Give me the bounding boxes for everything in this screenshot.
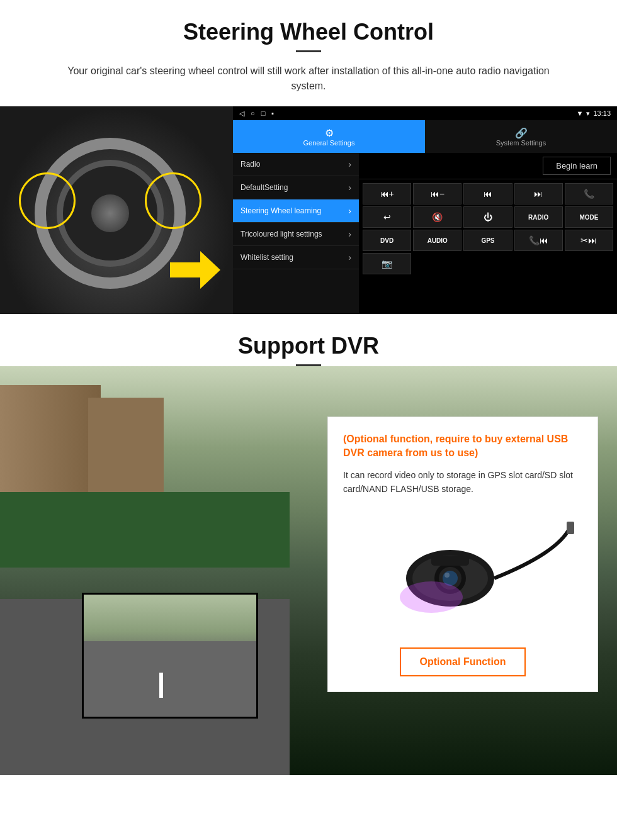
steering-wheel-demo: ◁ ○ □ ▪ ▼ ▾ 13:13 ⚙ General Settings 🔗 S… [0,106,617,314]
chevron-icon: › [348,182,351,193]
ctrl-btn-phone-prev[interactable]: 📞⏮ [514,230,563,251]
sw-hub [91,194,129,232]
dvr-inset-road-line [159,673,163,698]
nav-menu-icon[interactable]: ▪ [271,109,274,118]
android-statusbar: ◁ ○ □ ▪ ▼ ▾ 13:13 [233,106,617,120]
section-support-dvr: Support DVR (Optional function, require … [0,314,617,775]
menu-whitelist-label: Whitelist setting [241,253,293,262]
menu-radio-label: Radio [241,160,260,169]
nav-square-icon[interactable]: □ [261,109,266,118]
ctrl-btn-next[interactable]: ⏭ [514,183,563,204]
ctrl-btn-radio[interactable]: RADIO [514,206,563,228]
wifi-icon: ▾ [586,109,590,118]
dvr-info-box: (Optional function, require to buy exter… [327,417,598,692]
ctrl-btn-gps[interactable]: GPS [463,230,512,251]
optional-function-button[interactable]: Optional Function [400,647,526,676]
nav-home-icon[interactable]: ○ [251,109,255,118]
menu-item-tricolour[interactable]: Tricoloured light settings › [233,223,359,246]
android-tabs: ⚙ General Settings 🔗 System Settings [233,120,617,153]
tab-general-label: General Settings [303,139,355,147]
menu-item-default[interactable]: DefaultSetting › [233,176,359,199]
controls-panel: Begin learn ⏮+ ⏮− ⏮ ⏭ 📞 ↩ 🔇 ⏻ RADIO MODE [359,153,617,314]
svg-point-8 [400,581,463,613]
steering-wheel-photo [0,106,233,314]
status-time: 13:13 [593,109,611,117]
ctrl-btn-back[interactable]: ↩ [363,206,411,228]
ctrl-btn-dvd[interactable]: DVD [363,230,411,251]
menu-item-steering[interactable]: Steering Wheel learning › [233,199,359,223]
dvr-container: (Optional function, require to buy exter… [0,366,617,775]
ctrl-btn-vol-down[interactable]: ⏮− [413,183,461,204]
ctrl-btn-prev[interactable]: ⏮ [463,183,512,204]
signal-icon: ▼ [577,109,584,117]
ctrl-btn-cut-next[interactable]: ✂⏭ [565,230,613,251]
menu-tricolour-label: Tricoloured light settings [241,230,322,238]
dvr-inset-screen [82,593,258,719]
ctrl-btn-audio[interactable]: AUDIO [413,230,461,251]
section2-title: Support DVR [0,314,617,364]
dvr-camera-image [343,509,582,635]
ctrl-btn-phone[interactable]: 📞 [565,183,613,204]
divider1 [296,50,321,52]
sw-highlight-right [145,172,201,229]
ctrl-btn-camera[interactable]: 📷 [363,253,411,274]
menu-steering-label: Steering Wheel learning [241,206,321,215]
system-settings-icon: 🔗 [515,127,528,139]
tab-system-label: System Settings [496,139,546,147]
menu-list: Radio › DefaultSetting › Steering Wheel … [233,153,359,314]
svg-rect-5 [431,556,469,566]
svg-rect-6 [567,522,574,534]
sw-highlight-left [19,172,76,229]
section-steering-wheel: Steering Wheel Control Your original car… [0,0,617,94]
sw-arrow-icon [170,251,220,289]
chevron-icon: › [348,252,351,262]
control-buttons-grid: ⏮+ ⏮− ⏮ ⏭ 📞 ↩ 🔇 ⏻ RADIO MODE DVD AUDIO G… [359,179,617,278]
chevron-icon: › [348,159,351,169]
tab-system-settings[interactable]: 🔗 System Settings [425,120,617,153]
menu-panel: Radio › DefaultSetting › Steering Wheel … [233,153,617,314]
hedge [0,492,290,568]
begin-learn-row: Begin learn [359,153,617,179]
ctrl-btn-mute[interactable]: 🔇 [413,206,461,228]
chevron-icon: › [348,229,351,239]
dvr-inset-road [84,641,256,717]
chevron-icon: › [348,206,351,216]
dvr-description-text: It can record video only to storage in G… [343,468,582,496]
menu-default-label: DefaultSetting [241,183,288,192]
optional-header-text: (Optional function, require to buy exter… [343,432,582,461]
menu-item-radio[interactable]: Radio › [233,153,359,176]
menu-item-whitelist[interactable]: Whitelist setting › [233,246,359,269]
nav-icons: ◁ ○ □ ▪ [239,109,574,118]
dvr-camera-svg [349,515,576,629]
section1-description: Your original car's steering wheel contr… [50,64,567,94]
begin-learn-button[interactable]: Begin learn [543,157,611,175]
ctrl-btn-power[interactable]: ⏻ [463,206,512,228]
section1-title: Steering Wheel Control [25,19,592,45]
ctrl-btn-mode[interactable]: MODE [565,206,613,228]
sw-background [0,106,233,314]
general-settings-icon: ⚙ [325,127,334,139]
nav-back-icon[interactable]: ◁ [239,109,244,118]
ctrl-btn-vol-up[interactable]: ⏮+ [363,183,411,204]
svg-point-7 [444,573,450,578]
tab-general-settings[interactable]: ⚙ General Settings [233,120,425,153]
android-interface: ◁ ○ □ ▪ ▼ ▾ 13:13 ⚙ General Settings 🔗 S… [233,106,617,314]
